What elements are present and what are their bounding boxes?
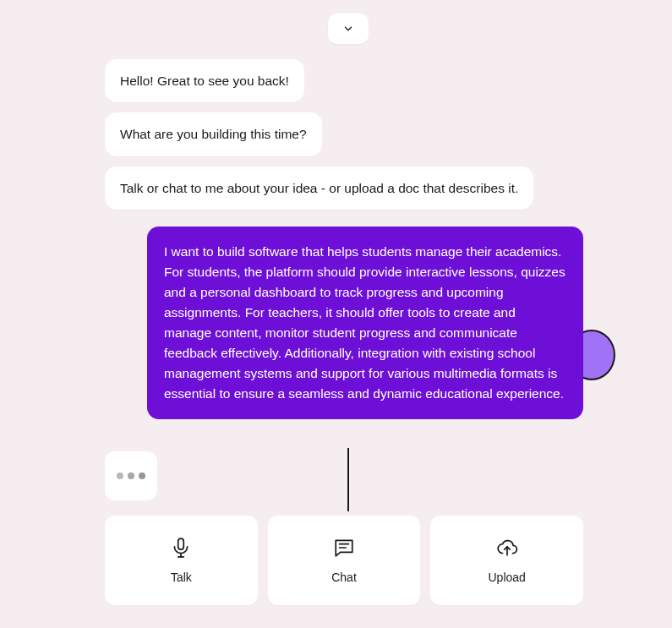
microphone-icon (170, 537, 192, 559)
chat-button[interactable]: Chat (268, 516, 421, 605)
typing-dot-icon (139, 472, 145, 479)
assistant-message: Talk or chat to me about your idea - or … (105, 167, 533, 210)
typing-indicator (105, 451, 157, 500)
chat-icon (333, 537, 355, 559)
collapse-button[interactable] (328, 14, 369, 44)
talk-button[interactable]: Talk (105, 516, 258, 605)
chevron-down-icon (342, 23, 354, 35)
action-bar: Talk Chat Upload (105, 516, 583, 605)
assistant-message: What are you building this time? (105, 112, 322, 156)
cloud-upload-icon (495, 537, 519, 559)
typing-dot-icon (128, 472, 134, 479)
typing-dot-icon (117, 472, 123, 479)
action-label: Talk (171, 571, 192, 584)
svg-rect-0 (178, 538, 184, 549)
action-label: Upload (488, 571, 525, 584)
user-message: I want to build software that helps stud… (147, 227, 583, 419)
upload-button[interactable]: Upload (430, 516, 583, 605)
action-label: Chat (331, 571, 357, 584)
connector-line (347, 448, 349, 511)
assistant-message: Hello! Great to see you back! (105, 59, 304, 102)
chat-container: Hello! Great to see you back! What are y… (105, 59, 583, 429)
